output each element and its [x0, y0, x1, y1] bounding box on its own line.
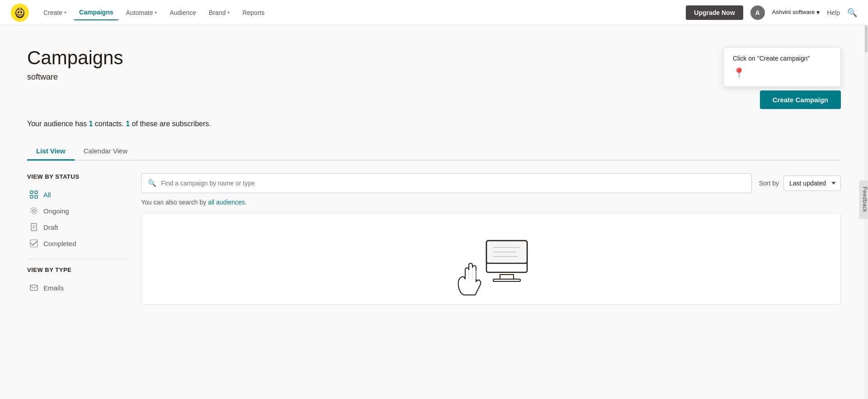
svg-rect-18 — [30, 285, 38, 290]
app-logo[interactable] — [11, 4, 29, 22]
audience-text-mid: contacts. — [93, 120, 126, 128]
tooltip-box: Click on "Create campaign" 📍 — [723, 47, 841, 87]
content-area: View by Status All — [27, 173, 841, 304]
svg-rect-22 — [493, 279, 520, 281]
nav-brand[interactable]: Brand ▾ — [203, 5, 235, 20]
svg-point-4 — [20, 11, 22, 13]
filter-draft-label: Draft — [43, 223, 58, 231]
check-icon — [29, 238, 39, 248]
filter-emails-label: Emails — [43, 284, 64, 292]
chevron-down-icon: ▾ — [155, 10, 157, 15]
search-icon: 🔍 — [148, 179, 156, 187]
filter-all-label: All — [43, 191, 51, 199]
audience-info: Your audience has 1 contacts. 1 of these… — [27, 120, 841, 128]
page-title: Campaigns — [27, 47, 123, 69]
audience-count2: 1 — [126, 120, 130, 128]
filter-sidebar: View by Status All — [27, 173, 127, 304]
scrollbar-thumb[interactable] — [865, 25, 868, 52]
user-avatar[interactable]: A — [750, 5, 765, 20]
filter-status-title: View by Status — [27, 173, 127, 180]
draft-icon — [29, 222, 39, 232]
page-subtitle: software — [27, 72, 123, 82]
svg-rect-7 — [30, 191, 33, 194]
nav-right: Upgrade Now A Ashvini software ▾ Help 🔍 — [686, 5, 857, 20]
sort-select[interactable]: Last updated Date created Name A-Z — [783, 176, 841, 191]
audience-count1: 1 — [89, 120, 93, 128]
chevron-down-icon: ▾ — [816, 9, 820, 16]
location-pin-icon: 📍 — [733, 67, 831, 79]
user-name: Ashvini software — [772, 9, 815, 16]
view-tabs: List View Calendar View — [27, 142, 841, 161]
search-box[interactable]: 🔍 — [141, 173, 752, 193]
top-navigation: Create ▾ Campaigns Automate ▾ Audience B… — [0, 0, 868, 25]
tab-list-view[interactable]: List View — [27, 142, 75, 161]
audience-text-after: of these are subscribers. — [130, 120, 211, 128]
search-input[interactable] — [161, 180, 745, 187]
tooltip-text: Click on "Create campaign" — [733, 55, 831, 62]
page-header: Campaigns software Click on "Create camp… — [27, 47, 841, 109]
illustration-card — [141, 213, 841, 304]
filter-ongoing[interactable]: Ongoing — [27, 203, 127, 219]
search-icon[interactable]: 🔍 — [847, 8, 857, 18]
filter-type-title: View by Type — [27, 266, 127, 273]
svg-point-3 — [18, 11, 19, 13]
nav-links: Create ▾ Campaigns Automate ▾ Audience B… — [38, 5, 686, 20]
filter-draft[interactable]: Draft — [27, 219, 127, 235]
ongoing-icon — [29, 206, 39, 216]
email-icon — [29, 283, 39, 293]
all-audiences-link[interactable]: all audiences — [208, 199, 245, 206]
page-title-section: Campaigns software — [27, 47, 123, 82]
empty-state-illustration — [441, 232, 541, 304]
page-wrapper: Campaigns software Click on "Create camp… — [0, 0, 868, 399]
svg-point-11 — [31, 208, 37, 214]
filter-ongoing-label: Ongoing — [43, 207, 69, 215]
filter-emails[interactable]: Emails — [27, 280, 127, 296]
tab-calendar-view[interactable]: Calendar View — [75, 142, 137, 161]
grid-icon — [29, 190, 39, 200]
user-menu[interactable]: Ashvini software ▾ — [772, 9, 820, 16]
sort-section: Sort by Last updated Date created Name A… — [759, 176, 841, 191]
search-sort-row: 🔍 Sort by Last updated Date created Name… — [141, 173, 841, 193]
svg-rect-8 — [35, 191, 38, 194]
create-campaign-button[interactable]: Create Campaign — [760, 90, 841, 109]
audience-text-before: Your audience has — [27, 120, 89, 128]
filter-all[interactable]: All — [27, 186, 127, 203]
nav-campaigns[interactable]: Campaigns — [74, 5, 118, 20]
header-right: Click on "Create campaign" 📍 Create Camp… — [723, 47, 841, 109]
svg-point-12 — [33, 209, 35, 212]
nav-automate[interactable]: Automate ▾ — [121, 5, 163, 20]
nav-reports[interactable]: Reports — [237, 5, 270, 20]
illustration-container — [441, 232, 541, 304]
filter-divider — [27, 259, 127, 259]
svg-rect-21 — [500, 275, 514, 279]
svg-rect-10 — [35, 195, 38, 198]
help-link[interactable]: Help — [827, 9, 840, 16]
chevron-down-icon: ▾ — [64, 10, 66, 15]
nav-audience[interactable]: Audience — [164, 5, 201, 20]
filter-completed-label: Completed — [43, 240, 76, 247]
filter-completed[interactable]: Completed — [27, 235, 127, 252]
nav-create[interactable]: Create ▾ — [38, 5, 72, 20]
feedback-tab[interactable]: Feedback — [859, 180, 868, 219]
svg-rect-9 — [30, 195, 33, 198]
svg-point-6 — [19, 8, 21, 10]
chevron-down-icon: ▾ — [227, 10, 230, 15]
sort-label: Sort by — [759, 180, 779, 187]
main-content: Campaigns software Click on "Create camp… — [0, 25, 868, 399]
upgrade-now-button[interactable]: Upgrade Now — [686, 5, 743, 20]
search-helper: You can also search by all audiences. — [141, 199, 841, 206]
campaign-main: 🔍 Sort by Last updated Date created Name… — [141, 173, 841, 304]
